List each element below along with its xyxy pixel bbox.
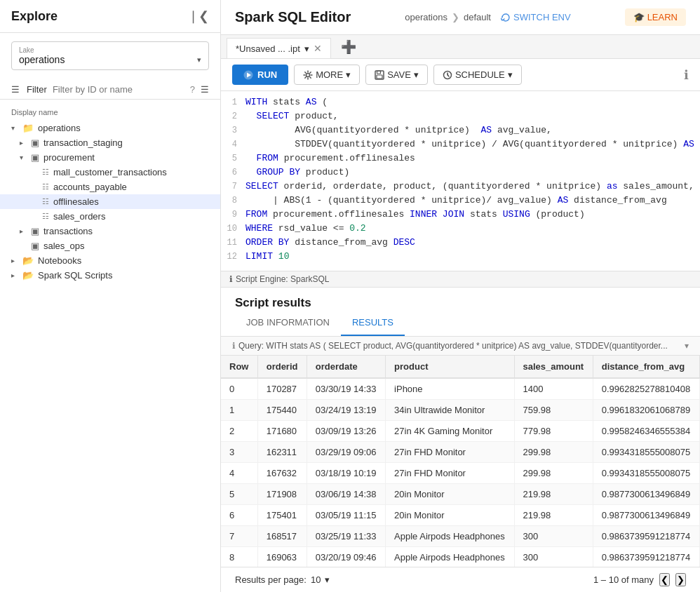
script-engine-bar: ℹ Script Engine: SparkSQL [221, 271, 700, 287]
query-expand-icon[interactable]: ▾ [685, 341, 689, 351]
table-cell: 7 [221, 526, 257, 547]
page-prev-button[interactable]: ❮ [659, 573, 670, 586]
tree-item-sales-orders[interactable]: ▸ ☷ sales_orders [0, 209, 220, 224]
table-cell: 1 [221, 400, 257, 421]
table-header-row: Row orderid orderdate product sales_amou… [221, 356, 700, 378]
table-cell: 03/18/19 10:19 [307, 463, 385, 484]
table-icon: ☷ [42, 168, 49, 177]
table-cell: 299.98 [514, 442, 593, 463]
lake-select-row: operations ▾ [19, 54, 201, 65]
learn-button[interactable]: 🎓 LEARN [625, 8, 686, 26]
folder-open-icon: 📁 [22, 123, 34, 133]
code-line-6: 6 GROUP BY product) [221, 167, 700, 181]
help-icon[interactable]: ? [190, 84, 195, 95]
col-product: product [386, 356, 514, 378]
save-button[interactable]: SAVE ▾ [365, 65, 428, 85]
new-tab-button[interactable]: ➕ [335, 36, 362, 58]
table-row: 517190803/06/19 14:3820in Monitor219.980… [221, 484, 700, 505]
tree-item-label: Notebooks [38, 255, 209, 266]
tab-job-information[interactable]: JOB INFORMATION [235, 310, 341, 336]
table-cell: 171908 [257, 484, 307, 505]
table-cell: iPhone [386, 378, 514, 400]
per-page-chevron-icon[interactable]: ▾ [325, 574, 330, 585]
code-line-11: 11 ORDER BY distance_from_avg DESC [221, 237, 700, 251]
editor-toolbar: RUN MORE ▾ SAVE ▾ SCHEDULE ▾ ℹ [221, 59, 700, 91]
view-toggle-icon[interactable]: ☰ [201, 84, 209, 95]
table-cell: 759.98 [514, 400, 593, 421]
results-table[interactable]: Row orderid orderdate product sales_amou… [221, 356, 700, 567]
chevron-down-icon: ▾ [11, 124, 20, 132]
tree-item-transactions[interactable]: ▸ ▣ transactions [0, 224, 220, 238]
table-row: 617540103/05/19 11:1520in Monitor219.980… [221, 505, 700, 526]
table-cell: 0.9962825278810408 [593, 378, 699, 400]
table-cell: 3 [221, 442, 257, 463]
table-cell: 0.9863739591218774 [593, 526, 699, 547]
run-button[interactable]: RUN [232, 65, 288, 85]
code-line-7: 7 SELECT orderid, orderdate, product, (q… [221, 181, 700, 195]
table-cell: 170287 [257, 378, 307, 400]
lake-selector-wrapper: Lake operations ▾ [0, 33, 220, 80]
results-per-page-label: Results per page: [235, 574, 307, 585]
tree-item-operations[interactable]: ▾ 📁 operations [0, 121, 220, 135]
tabs-bar: *Unsaved ... .ipt ▾ ✕ ➕ [221, 35, 700, 59]
table-cell: 300 [514, 526, 593, 547]
sidebar-collapse-button[interactable]: ❘❮ [188, 8, 209, 24]
schema-icon: ▣ [31, 152, 39, 163]
tree-item-spark-sql-scripts[interactable]: ▸ 📂 Spark SQL Scripts [0, 268, 220, 283]
tree-item-sales-ops[interactable]: ▸ ▣ sales_ops [0, 238, 220, 253]
code-line-3: 3 AVG(quantityordered * unitprice) AS av… [221, 125, 700, 139]
main-content: Spark SQL Editor operations ❯ default SW… [221, 0, 700, 592]
tree-item-notebooks[interactable]: ▸ 📂 Notebooks [0, 253, 220, 268]
filter-icon: ☰ [11, 84, 20, 95]
tab-unsaved[interactable]: *Unsaved ... .ipt ▾ ✕ [227, 38, 331, 58]
table-cell: 300 [514, 547, 593, 567]
page-title: Spark SQL Editor [235, 9, 351, 25]
table-cell: 0.9863739591218774 [593, 547, 699, 567]
editor-area: *Unsaved ... .ipt ▾ ✕ ➕ RUN MORE ▾ SAVE … [221, 35, 700, 288]
display-name-label: Display name [0, 105, 220, 121]
tab-label: *Unsaved ... .ipt [236, 43, 300, 54]
svg-point-2 [307, 73, 310, 76]
table-cell: 169063 [257, 547, 307, 567]
table-cell: 0.9877300613496849 [593, 484, 699, 505]
code-editor[interactable]: 1 WITH stats AS ( 2 SELECT product, 3 AV… [221, 91, 700, 271]
data-table: Row orderid orderdate product sales_amou… [221, 356, 700, 567]
tree-item-offlinesales[interactable]: ▸ ☷ offlinesales [0, 194, 220, 209]
tree-item-accounts-payable[interactable]: ▸ ☷ accounts_payable [0, 180, 220, 194]
play-icon [243, 70, 253, 80]
filter-input[interactable] [53, 84, 184, 95]
tree-item-mall-customer-transactions[interactable]: ▸ ☷ mall_customer_transactions [0, 165, 220, 180]
table-row: 716851703/25/19 11:33Apple Airpods Headp… [221, 526, 700, 547]
switch-env-button[interactable]: SWITCH ENV [501, 12, 571, 22]
table-cell: 34in Ultrawide Monitor [386, 400, 514, 421]
tree-item-transaction-staging[interactable]: ▸ ▣ transaction_staging [0, 135, 220, 150]
tree-item-procurement[interactable]: ▾ ▣ procurement [0, 150, 220, 165]
learn-label: LEARN [647, 12, 678, 22]
info-button[interactable]: ℹ [684, 67, 689, 83]
more-button[interactable]: MORE ▾ [294, 65, 360, 85]
lake-selector[interactable]: Lake operations ▾ [11, 41, 209, 70]
table-cell: 171680 [257, 421, 307, 442]
tree-item-label: sales_orders [53, 211, 209, 222]
page-next-button[interactable]: ❯ [675, 573, 686, 586]
tree-item-label: accounts_payable [53, 182, 209, 192]
folder-icon: 📂 [22, 255, 34, 266]
tab-dropdown-icon: ▾ [304, 43, 309, 54]
code-line-4: 4 STDDEV(quantityordered * unitprice) / … [221, 139, 700, 153]
schema-icon: ▣ [31, 241, 39, 251]
lake-chevron-icon: ▾ [197, 55, 201, 65]
breadcrumb-separator: ❯ [452, 12, 459, 22]
code-line-12: 12 LIMIT 10 [221, 251, 700, 265]
code-line-10: 10 WHERE rsd_value <= 0.2 [221, 223, 700, 237]
tab-close-button[interactable]: ✕ [314, 43, 322, 54]
tab-results[interactable]: RESULTS [341, 310, 405, 336]
table-cell: 03/05/19 11:15 [307, 505, 385, 526]
table-cell: 03/25/19 11:33 [307, 526, 385, 547]
results-tabs: JOB INFORMATION RESULTS [221, 310, 700, 337]
svg-rect-4 [377, 71, 381, 74]
save-label: SAVE [387, 69, 411, 80]
save-icon [375, 70, 384, 80]
schedule-button[interactable]: SCHEDULE ▾ [433, 65, 522, 85]
table-cell: 20in Monitor [386, 505, 514, 526]
tree-item-label: sales_ops [43, 241, 209, 251]
